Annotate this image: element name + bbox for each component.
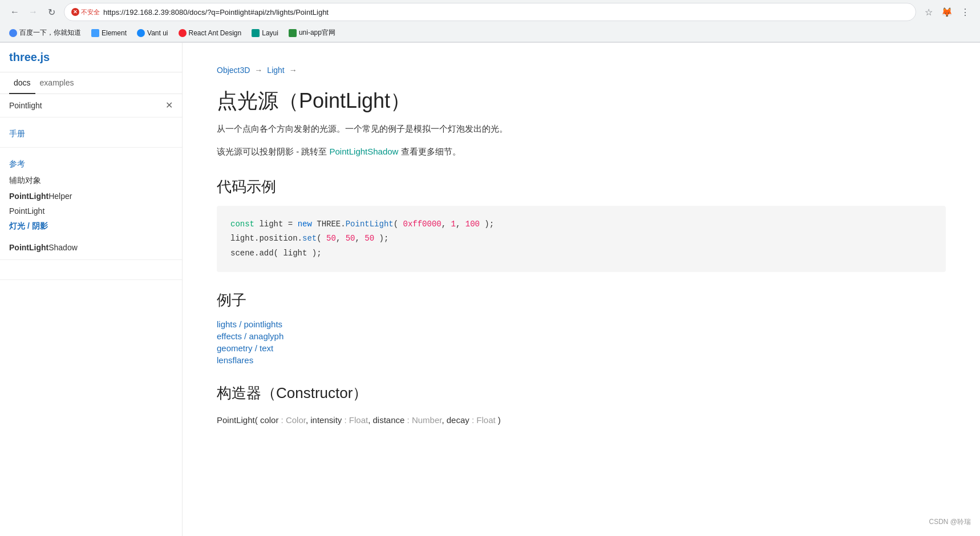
security-label: 不安全 — [81, 8, 100, 17]
bookmark-layui[interactable]: Layui — [247, 27, 283, 39]
security-badge: ✕ 不安全 — [71, 8, 100, 17]
constructor-sig-text: PointLight( color : Color, intensity : F… — [217, 415, 501, 425]
bookmark-react-ant-label: React Ant Design — [189, 29, 242, 37]
example-geometry-text[interactable]: geometry / text — [217, 343, 946, 353]
code-line-1: const light = new THREE.PointLight( 0xff… — [230, 217, 932, 232]
sidebar-header: three.js — [0, 43, 182, 72]
nav-tabs: docs examples — [0, 72, 182, 94]
bookmark-baidu-label: 百度一下，你就知道 — [19, 28, 81, 38]
search-section: Pointlight ✕ — [0, 94, 182, 117]
sidebar-nav: 手册 参考 辅助对象 PointLightHelper PointLight 灯… — [0, 117, 182, 536]
nav-buttons: ← → ↻ — [7, 4, 59, 20]
description-2: 该光源可以投射阴影 - 跳转至 PointLightShadow 查看更多细节。 — [217, 145, 946, 159]
reload-button[interactable]: ↻ — [43, 4, 59, 20]
sidebar-item-lights[interactable]: PointLight — [0, 204, 182, 218]
pointlight-label: 灯光 / 阴影 — [9, 221, 48, 232]
breadcrumb-light[interactable]: Light — [267, 66, 284, 75]
bookmark-vant[interactable]: Vant ui — [132, 27, 172, 39]
code-line-2: light.position.set( 50, 50, 50 ); — [230, 232, 932, 246]
bookmark-react-ant[interactable]: React Ant Design — [174, 27, 246, 39]
bookmark-baidu[interactable]: 百度一下，你就知道 — [5, 26, 86, 39]
sidebar-item-pointlight[interactable]: 灯光 / 阴影 — [0, 218, 182, 234]
react-ant-icon — [179, 29, 187, 37]
element-icon — [91, 29, 99, 37]
browser-toolbar: ← → ↻ ✕ 不安全 https://192.168.2.39:8080/do… — [0, 0, 980, 24]
example-lights-pointlights[interactable]: lights / pointlights — [217, 319, 946, 329]
sidebar: three.js docs examples Pointlight ✕ 手册 参… — [0, 43, 183, 536]
close-button[interactable]: ✕ — [165, 101, 173, 110]
sidebar-item-auxiliary[interactable]: 辅助对象 — [0, 173, 182, 189]
code-section-title: 代码示例 — [217, 177, 946, 197]
breadcrumb-object3d[interactable]: Object3D — [217, 66, 250, 75]
examples-section-title: 例子 — [217, 290, 946, 310]
menu-button[interactable]: ⋮ — [957, 4, 973, 20]
example-lensflares[interactable]: lensflares — [217, 355, 946, 365]
search-text: Pointlight — [9, 101, 165, 110]
breadcrumb: Object3D → Light → — [217, 66, 946, 75]
vant-icon — [137, 29, 145, 37]
pointlight-shadow-link[interactable]: PointLightShadow — [330, 147, 399, 156]
sidebar-section-manual[interactable]: 手册 — [0, 122, 182, 143]
example-effects-anaglyph[interactable]: effects / anaglyph — [217, 331, 946, 341]
csdn-watermark: CSDN @聆瑞 — [929, 517, 971, 527]
bookmark-uniapp[interactable]: uni-app官网 — [284, 26, 340, 39]
description-2-suffix: 查看更多细节。 — [401, 147, 461, 156]
page-title: 点光源（PointLight） — [217, 88, 946, 113]
pointlight-helper-label: PointLightHelper — [9, 192, 72, 201]
sidebar-section-addons[interactable] — [0, 265, 182, 275]
code-line-3: scene.add( light ); — [230, 246, 932, 261]
uniapp-icon — [289, 29, 297, 37]
toolbar-icons: ☆ 🦊 ⋮ — [921, 4, 973, 20]
sidebar-item-lights-shadow[interactable] — [0, 234, 182, 240]
sidebar-item-pointlight-helper[interactable]: PointLightHelper — [0, 189, 182, 204]
sidebar-section-reference[interactable]: 参考 — [0, 152, 182, 173]
security-icon: ✕ — [71, 8, 79, 16]
sidebar-item-pointlight-shadow[interactable]: PointLightShadow — [0, 240, 182, 255]
code-block: const light = new THREE.PointLight( 0xff… — [217, 206, 946, 272]
bookmark-uniapp-label: uni-app官网 — [299, 28, 335, 38]
constructor-signature: PointLight( color : Color, intensity : F… — [217, 412, 946, 428]
description-2-prefix: 该光源可以投射阴影 - 跳转至 — [217, 147, 327, 156]
url-value: https://192.168.2.39:8080/docs/?q=Pointl… — [103, 8, 329, 17]
main-content: Object3D → Light → 点光源（PointLight） 从一个点向… — [183, 43, 980, 536]
bookmark-element[interactable]: Element — [87, 27, 131, 39]
bookmark-star-button[interactable]: ☆ — [921, 4, 937, 20]
tab-docs[interactable]: docs — [9, 72, 35, 94]
auxiliary-label: 辅助对象 — [9, 176, 41, 186]
code-const: const — [230, 220, 254, 229]
app-layout: three.js docs examples Pointlight ✕ 手册 参… — [0, 43, 980, 536]
lights-label: PointLight — [9, 206, 44, 216]
divider-1 — [0, 147, 182, 148]
back-button[interactable]: ← — [7, 4, 23, 20]
logo-text[interactable]: three.js — [9, 51, 50, 64]
breadcrumb-arrow-1: → — [254, 66, 262, 75]
baidu-icon — [9, 29, 17, 37]
description-1: 从一个点向各个方向发射的光源。一个常见的例子是模拟一个灯泡发出的光。 — [217, 122, 946, 136]
tab-examples[interactable]: examples — [35, 72, 79, 94]
url-text: https://192.168.2.39:8080/docs/?q=Pointl… — [103, 8, 909, 17]
breadcrumb-arrow-2: → — [289, 66, 297, 75]
sidebar-section-dev-reference[interactable] — [0, 285, 182, 295]
bookmark-layui-label: Layui — [262, 29, 278, 37]
bookmarks-bar: 百度一下，你就知道 Element Vant ui React Ant Desi… — [0, 24, 980, 42]
pointlight-shadow-label: PointLightShadow — [9, 243, 78, 252]
bookmark-element-label: Element — [102, 29, 127, 37]
bookmark-vant-label: Vant ui — [147, 29, 168, 37]
example-links: lights / pointlights effects / anaglyph … — [217, 319, 946, 365]
browser-chrome: ← → ↻ ✕ 不安全 https://192.168.2.39:8080/do… — [0, 0, 980, 43]
divider-2 — [0, 259, 182, 260]
address-bar[interactable]: ✕ 不安全 https://192.168.2.39:8080/docs/?q=… — [64, 3, 916, 21]
forward-button[interactable]: → — [25, 4, 41, 20]
divider-3 — [0, 279, 182, 280]
layui-icon — [252, 29, 260, 37]
constructor-section-title: 构造器（Constructor） — [217, 383, 946, 403]
extension-button[interactable]: 🦊 — [939, 4, 955, 20]
